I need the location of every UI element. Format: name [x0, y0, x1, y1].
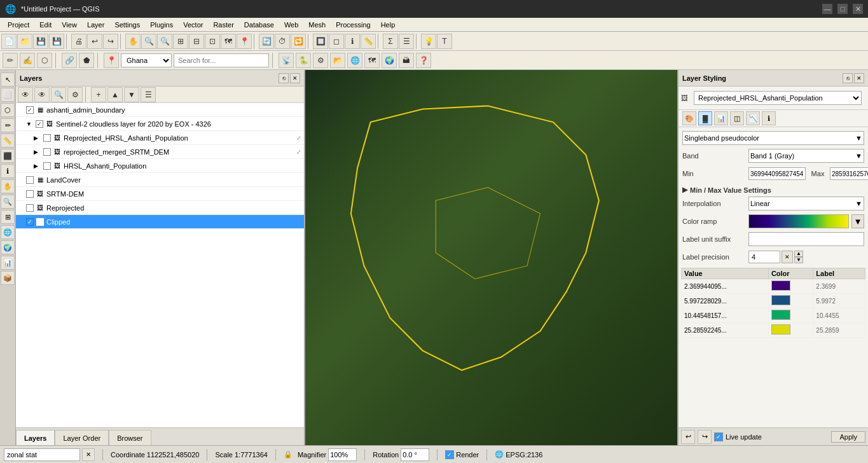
- precision-up-button[interactable]: ▲: [794, 251, 803, 257]
- redo-button[interactable]: ↪: [103, 34, 118, 49]
- styling-transparency-icon[interactable]: ◫: [730, 111, 744, 125]
- measure-line-button[interactable]: 📏: [1, 134, 15, 148]
- cell-color[interactable]: [768, 279, 813, 294]
- interpolation-dropdown[interactable]: Linear ▼: [748, 197, 864, 211]
- location-button[interactable]: 📍: [104, 53, 119, 68]
- styling-histogram-icon[interactable]: 📊: [714, 111, 728, 125]
- redo-styling-button[interactable]: ↪: [698, 430, 712, 444]
- layer-down-button[interactable]: ▼: [124, 87, 139, 102]
- styling-gradient-icon[interactable]: ▓: [698, 111, 712, 125]
- undo-styling-button[interactable]: ↩: [681, 430, 695, 444]
- layer-item[interactable]: ▶ 🖼 reprojected_merged_SRTM_DEM ⤢: [16, 145, 304, 159]
- menu-raster[interactable]: Raster: [208, 20, 238, 30]
- menu-help[interactable]: Help: [376, 20, 401, 30]
- folder-btn[interactable]: 📂: [330, 53, 345, 68]
- menu-processing[interactable]: Processing: [331, 20, 375, 30]
- cell-color[interactable]: [768, 323, 813, 338]
- color-table-row[interactable]: 25.28592245... 25.2859: [682, 323, 865, 338]
- magnifier-input[interactable]: [328, 448, 357, 461]
- layer-filter-button[interactable]: 🔍: [51, 87, 66, 102]
- layer-item[interactable]: ▦ ashanti_admin_boundary: [16, 103, 304, 117]
- stats-button[interactable]: Σ: [383, 34, 398, 49]
- search-input[interactable]: [174, 53, 269, 67]
- layer-checkbox[interactable]: [43, 162, 51, 170]
- layer-checkbox[interactable]: [26, 218, 34, 226]
- gps-button[interactable]: 📡: [279, 53, 294, 68]
- layer-toggle-button[interactable]: 👁: [18, 87, 33, 102]
- layer-checkbox[interactable]: [26, 190, 34, 198]
- close-button[interactable]: ✕: [853, 4, 863, 14]
- layer-visibility-button[interactable]: 👁: [34, 87, 50, 102]
- layer-checkbox[interactable]: [26, 204, 34, 212]
- select-button[interactable]: 🔲: [313, 34, 328, 49]
- map-area[interactable]: [305, 70, 677, 445]
- osm-btn[interactable]: 🌍: [382, 53, 397, 68]
- color-ramp-swatch[interactable]: [748, 214, 849, 228]
- qgis-btn2[interactable]: ⚙: [313, 53, 328, 68]
- text-button[interactable]: T: [437, 34, 452, 49]
- rotate-button[interactable]: 🔄: [259, 34, 274, 49]
- location-dropdown[interactable]: Ghana: [121, 53, 172, 67]
- save-project-button[interactable]: 💾: [33, 34, 48, 49]
- temporal-button[interactable]: ⏱: [275, 34, 290, 49]
- new-project-button[interactable]: 📄: [1, 34, 17, 49]
- rotation-input[interactable]: [401, 448, 429, 461]
- map-btn[interactable]: 🗺: [364, 53, 380, 68]
- layer-checkbox[interactable]: [43, 134, 51, 142]
- layer-item[interactable]: 🖼 Reprojected: [16, 201, 304, 215]
- color-table-row[interactable]: 5.997228029... 5.9972: [682, 294, 865, 308]
- graph-btn[interactable]: 📊: [1, 256, 15, 270]
- color-table-row[interactable]: 2.369944095... 2.3699: [682, 279, 865, 294]
- pan-map-btn[interactable]: ✋: [1, 179, 15, 193]
- python-button[interactable]: 🐍: [296, 53, 311, 68]
- cell-color[interactable]: [768, 308, 813, 323]
- maximize-button[interactable]: □: [837, 4, 848, 14]
- menu-plugins[interactable]: Plugins: [145, 20, 178, 30]
- pan-to-button[interactable]: 📍: [237, 34, 252, 49]
- menu-layer[interactable]: Layer: [82, 20, 110, 30]
- menu-view[interactable]: View: [57, 20, 82, 30]
- measure-button[interactable]: 📏: [361, 34, 376, 49]
- open-project-button[interactable]: 📁: [17, 34, 32, 49]
- search-clear-button[interactable]: ✕: [82, 448, 95, 461]
- styling-histogram2-icon[interactable]: 📉: [746, 111, 760, 125]
- layer-item[interactable]: ▦ LandCover: [16, 173, 304, 187]
- precision-down-button[interactable]: ▼: [794, 257, 803, 263]
- apply-button[interactable]: Apply: [831, 431, 865, 443]
- menu-vector[interactable]: Vector: [178, 20, 208, 30]
- identify-feature-button[interactable]: ℹ: [1, 164, 15, 178]
- select-rect-button[interactable]: ⬜: [1, 88, 15, 102]
- styling-open-button[interactable]: ⎋: [843, 73, 853, 83]
- expand-icon[interactable]: ▶: [34, 149, 41, 155]
- layer-item[interactable]: 🖼 SRTM-DEM: [16, 187, 304, 201]
- 3d-view-btn[interactable]: 🌐: [1, 225, 15, 239]
- layer-checkbox[interactable]: [43, 148, 51, 156]
- tab-layers[interactable]: Layers: [16, 430, 55, 445]
- precision-clear-button[interactable]: ✕: [782, 251, 793, 263]
- menu-settings[interactable]: Settings: [109, 20, 145, 30]
- pan-button[interactable]: ✋: [125, 34, 141, 49]
- expand-icon[interactable]: ▶: [34, 163, 41, 169]
- layer-checkbox[interactable]: [26, 106, 34, 114]
- layer-item[interactable]: ▶ 🖼 Reprojected_HRSL_Ashanti_Population …: [16, 131, 304, 145]
- globe-btn[interactable]: 🌍: [1, 240, 15, 254]
- attributes-button[interactable]: ☰: [399, 34, 414, 49]
- precision-input[interactable]: [748, 251, 780, 263]
- minimize-button[interactable]: —: [822, 4, 832, 14]
- color-ramp-dropdown-button[interactable]: ▼: [851, 214, 864, 228]
- save-as-button[interactable]: 💾: [49, 34, 64, 49]
- cube-btn[interactable]: 📦: [1, 271, 15, 285]
- search-status-input[interactable]: [4, 448, 80, 461]
- band-dropdown[interactable]: Band 1 (Gray) ▼: [748, 149, 864, 163]
- deselect-button[interactable]: ◻: [329, 34, 344, 49]
- zoom-out-button[interactable]: 🔍: [157, 34, 172, 49]
- print-button[interactable]: 🖨: [71, 34, 86, 49]
- renderer-dropdown[interactable]: Singleband pseudocolor ▼: [682, 131, 864, 145]
- layer-up-button[interactable]: ▲: [107, 87, 123, 102]
- styling-meta-icon[interactable]: ℹ: [762, 111, 776, 125]
- select-tool-button[interactable]: ↖: [1, 73, 15, 86]
- expand-icon[interactable]: ▼: [26, 121, 34, 127]
- measure-area-button[interactable]: ⬛: [1, 149, 15, 163]
- styling-paint-icon[interactable]: 🎨: [682, 111, 696, 125]
- node-tool-button[interactable]: ⬟: [79, 53, 94, 68]
